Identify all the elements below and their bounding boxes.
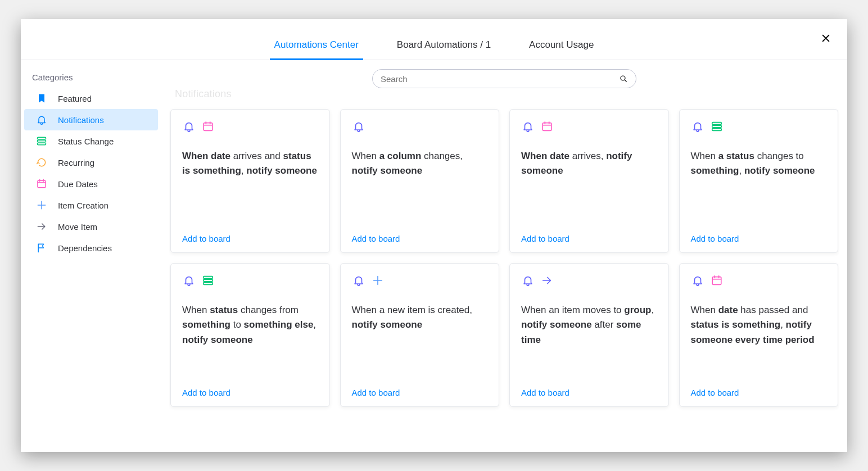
sidebar-item-label: Dependencies bbox=[58, 243, 112, 253]
card-text-segment: is bbox=[721, 319, 732, 330]
card-text-segment: When bbox=[352, 151, 379, 161]
card-text-segment: When bbox=[521, 151, 550, 161]
tab-account-usage[interactable]: Account Usage bbox=[527, 30, 596, 60]
card-icons bbox=[521, 274, 657, 287]
sidebar-item-item-creation[interactable]: Item Creation bbox=[24, 194, 158, 216]
add-to-board-link[interactable]: Add to board bbox=[691, 234, 827, 243]
body: Categories FeaturedNotificationsStatus C… bbox=[21, 60, 847, 452]
sidebar-item-label: Featured bbox=[58, 94, 92, 103]
card-text-segment: changes to bbox=[757, 151, 807, 161]
automation-card[interactable]: When a new item is created, notify someo… bbox=[340, 263, 500, 407]
sidebar-item-label: Status Change bbox=[58, 137, 114, 146]
bell-icon bbox=[182, 120, 196, 133]
tabs: Automations CenterBoard Automations / 1A… bbox=[21, 19, 847, 60]
card-text-segment: date bbox=[550, 151, 572, 161]
card-icons bbox=[352, 274, 488, 287]
card-text-segment: notify someone bbox=[744, 165, 815, 176]
card-text-segment: something else bbox=[244, 319, 314, 330]
sidebar-item-featured[interactable]: Featured bbox=[24, 88, 158, 109]
card-text-segment: notify someone bbox=[246, 165, 317, 176]
add-to-board-link[interactable]: Add to board bbox=[521, 234, 657, 243]
close-icon bbox=[820, 33, 831, 44]
automation-card[interactable]: When a status changes to something, noti… bbox=[679, 109, 839, 253]
flag-icon bbox=[35, 242, 48, 254]
add-to-board-link[interactable]: Add to board bbox=[352, 388, 488, 397]
search-box[interactable] bbox=[372, 69, 636, 88]
plus-icon bbox=[35, 199, 48, 211]
automation-card[interactable]: When status changes from something to so… bbox=[170, 263, 330, 407]
card-text: When a column changes, notify someone bbox=[352, 149, 488, 228]
calendar-icon bbox=[201, 120, 215, 133]
sidebar-item-notifications[interactable]: Notifications bbox=[24, 109, 158, 130]
automation-card[interactable]: When date arrives and status is somethin… bbox=[170, 109, 330, 253]
close-button[interactable] bbox=[818, 30, 834, 46]
arrow-icon bbox=[35, 220, 48, 233]
card-text-segment: , bbox=[780, 319, 785, 330]
card-text-segment: , bbox=[739, 165, 744, 176]
card-text: When date arrives and status is somethin… bbox=[182, 149, 318, 228]
card-text-segment: date bbox=[718, 305, 741, 315]
bell-icon bbox=[691, 120, 704, 133]
card-text: When an item moves to group, notify some… bbox=[521, 303, 657, 382]
add-to-board-link[interactable]: Add to board bbox=[521, 388, 657, 397]
card-text-segment: group bbox=[624, 305, 651, 315]
search-input[interactable] bbox=[381, 74, 619, 84]
card-icons bbox=[691, 274, 827, 287]
card-icons bbox=[182, 274, 318, 287]
card-text-segment: When a new item is created, bbox=[352, 305, 475, 315]
sidebar-item-label: Due Dates bbox=[58, 179, 98, 189]
card-text-segment: When bbox=[691, 305, 718, 315]
card-text: When a new item is created, notify someo… bbox=[352, 303, 488, 382]
card-text-segment: changes, bbox=[424, 151, 465, 161]
card-text-segment: notify someone bbox=[521, 319, 594, 330]
plus-icon bbox=[371, 274, 385, 287]
card-text-segment: arrives and bbox=[233, 151, 283, 161]
section-header: Notifications bbox=[175, 88, 839, 100]
bell-icon bbox=[691, 274, 704, 287]
card-text-segment: When bbox=[182, 305, 210, 315]
sidebar-item-status-change[interactable]: Status Change bbox=[24, 130, 158, 152]
tab-board-automations-1[interactable]: Board Automations / 1 bbox=[395, 30, 493, 60]
automation-card[interactable]: When date has passed and status is somet… bbox=[679, 263, 839, 407]
add-to-board-link[interactable]: Add to board bbox=[182, 388, 318, 397]
sidebar-item-move-item[interactable]: Move Item bbox=[24, 216, 158, 237]
automations-window: Automations CenterBoard Automations / 1A… bbox=[21, 19, 847, 452]
calendar-icon bbox=[35, 178, 48, 190]
automation-card[interactable]: When a column changes, notify someoneAdd… bbox=[340, 109, 500, 253]
sidebar-item-label: Recurring bbox=[58, 158, 94, 167]
card-text-segment: to bbox=[233, 319, 244, 330]
automation-card[interactable]: When an item moves to group, notify some… bbox=[509, 263, 669, 407]
card-text-segment: is bbox=[182, 165, 193, 176]
card-text-segment: When bbox=[182, 151, 211, 161]
bell-icon bbox=[182, 274, 196, 287]
card-text-segment: notify someone bbox=[182, 334, 253, 345]
automation-card[interactable]: When date arrives, notify someoneAdd to … bbox=[509, 109, 669, 253]
card-text-segment: arrives, bbox=[572, 151, 606, 161]
sidebar-item-recurring[interactable]: Recurring bbox=[24, 152, 158, 173]
category-list: FeaturedNotificationsStatus ChangeRecurr… bbox=[21, 88, 161, 259]
search-row bbox=[169, 66, 839, 90]
card-grid: When date arrives and status is somethin… bbox=[169, 107, 839, 418]
card-text-segment: something bbox=[691, 165, 739, 176]
card-text-segment: When bbox=[691, 151, 718, 161]
sidebar: Categories FeaturedNotificationsStatus C… bbox=[21, 60, 161, 452]
add-to-board-link[interactable]: Add to board bbox=[352, 234, 488, 243]
card-text-segment: notify someone bbox=[352, 165, 423, 176]
arrow-icon bbox=[540, 274, 554, 287]
sidebar-item-dependencies[interactable]: Dependencies bbox=[24, 237, 158, 259]
card-text-segment: changes from bbox=[241, 305, 301, 315]
status-icon bbox=[201, 274, 215, 287]
bell-icon bbox=[352, 274, 365, 287]
add-to-board-link[interactable]: Add to board bbox=[691, 388, 827, 397]
tab-automations-center[interactable]: Automations Center bbox=[272, 30, 361, 60]
sidebar-item-due-dates[interactable]: Due Dates bbox=[24, 173, 158, 194]
status-icon bbox=[710, 120, 724, 133]
card-icons bbox=[182, 120, 318, 133]
add-to-board-link[interactable]: Add to board bbox=[182, 234, 318, 243]
card-text: When a status changes to something, noti… bbox=[691, 149, 827, 228]
card-text-segment: , bbox=[651, 305, 656, 315]
card-icons bbox=[352, 120, 488, 133]
card-text: When date arrives, notify someone bbox=[521, 149, 657, 228]
bookmark-icon bbox=[35, 92, 48, 105]
card-icons bbox=[691, 120, 827, 133]
